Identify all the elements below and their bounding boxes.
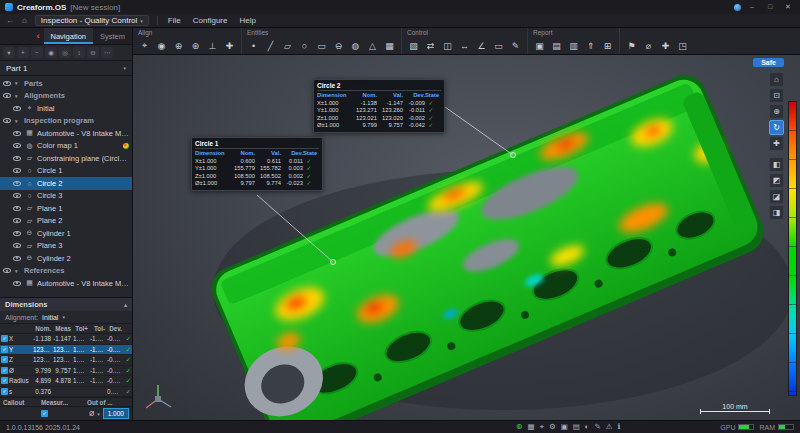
workflow-selector[interactable]: Inspection - Quality Control ▾ <box>35 15 149 26</box>
annotation-circle-1[interactable]: Circle 1 Dimension Nom. Val. Dev. State … <box>191 137 323 191</box>
tree-item[interactable]: ▾ ⌖ Initial <box>0 102 132 115</box>
home-view-icon[interactable]: ⌂ <box>769 72 784 87</box>
alignment-selector[interactable]: Alignment: Initial ▾ <box>0 311 132 324</box>
dimension-checkbox[interactable]: ✓ <box>1 367 8 374</box>
expander-icon[interactable]: ▾ <box>15 118 21 124</box>
dimension-checkbox[interactable]: ✓ <box>1 388 8 395</box>
visibility-eye-icon[interactable] <box>13 155 22 162</box>
export-icon[interactable]: ⇑ <box>582 38 599 54</box>
dimension-row[interactable]: ✓ X -1.138 -1.147 1.000 -1.000 -0.009 ✓ <box>0 334 132 345</box>
dimension-row[interactable]: ✓ Radius 4.899 4.878 1.000 -1.000 -0.021… <box>0 376 132 387</box>
account-icon[interactable] <box>734 4 741 11</box>
info-status-icon[interactable]: ℹ <box>617 422 620 432</box>
plane-entity-icon[interactable]: ▱ <box>279 38 296 54</box>
tree-item[interactable]: ▾ Alignments <box>0 90 132 103</box>
pan-view-icon[interactable]: ✚ <box>769 136 784 151</box>
probe-icon[interactable]: ✚ <box>657 38 674 54</box>
dimension-icon[interactable]: ↔ <box>456 38 473 54</box>
expander-icon[interactable]: ▾ <box>15 93 21 99</box>
panel-tab[interactable]: Navigation <box>44 28 93 44</box>
tree-item[interactable]: ▾ ⊖ Cylinder 1 <box>0 227 132 240</box>
circle-entity-icon[interactable]: ○ <box>296 38 313 54</box>
hide-all-icon[interactable]: ◎ <box>59 47 71 58</box>
dimension-checkbox[interactable]: ✓ <box>1 356 8 363</box>
visibility-eye-icon[interactable] <box>13 217 22 224</box>
prealignment-icon[interactable]: ⌖ <box>136 38 153 54</box>
deviation-color-scale[interactable] <box>788 101 797 396</box>
tree-item[interactable]: ▾ ○ Circle 3 <box>0 190 132 203</box>
tree-item[interactable]: ▾ ▦ Automotive - V8 Intake Manifold C <box>0 277 132 290</box>
cone-entity-icon[interactable]: △ <box>364 38 381 54</box>
collapse-all-icon[interactable]: − <box>31 47 43 58</box>
snapshot-icon[interactable]: ▣ <box>531 38 548 54</box>
visibility-eye-icon[interactable] <box>13 192 22 199</box>
datum-alignment-icon[interactable]: ⊥ <box>204 38 221 54</box>
table-status-icon[interactable]: ▤ <box>573 422 580 432</box>
feature-alignment-icon[interactable]: ⊕ <box>170 38 187 54</box>
tree-item[interactable]: ▾ ▱ Plane 3 <box>0 240 132 253</box>
angle-icon[interactable]: ∠ <box>473 38 490 54</box>
rps-alignment-icon[interactable]: ⊛ <box>187 38 204 54</box>
expander-icon[interactable]: ▾ <box>15 268 21 274</box>
chevron-down-icon[interactable]: ▾ <box>97 411 100 417</box>
shading-mode-icon[interactable]: ◨ <box>769 205 784 220</box>
visibility-eye-icon[interactable] <box>13 280 22 287</box>
note-icon[interactable]: ✎ <box>507 38 524 54</box>
front-view-icon[interactable]: ◧ <box>769 157 784 172</box>
visibility-eye-icon[interactable] <box>3 117 12 124</box>
iso-view-icon[interactable]: ◩ <box>769 173 784 188</box>
maximize-button[interactable]: □ <box>763 0 777 14</box>
best-fit-alignment-icon[interactable]: ◉ <box>153 38 170 54</box>
dimension-row[interactable]: ✓ s 0.376 0.376 ✓ <box>0 387 132 398</box>
orientation-triad[interactable] <box>141 381 175 415</box>
visibility-eye-icon[interactable] <box>13 167 22 174</box>
snapshot-status-icon[interactable]: ▣ <box>561 422 568 432</box>
part-selector[interactable]: Part 1 ▾ <box>0 61 132 76</box>
visibility-eye-icon[interactable] <box>13 105 22 112</box>
visibility-eye-icon[interactable] <box>13 230 22 237</box>
tree-item[interactable]: ▾ ⊖ Cylinder 2 <box>0 252 132 265</box>
share-icon[interactable]: ⊞ <box>599 38 616 54</box>
3d-viewport[interactable]: Circle 2 Dimension Nom. Val. Dev. State … <box>133 55 800 420</box>
dimension-row[interactable]: ✓ Z 123.021 123.020 1.000 -1.000 -0.002 … <box>0 355 132 366</box>
back-icon[interactable]: ← <box>6 16 14 25</box>
sphere-entity-icon[interactable]: ◍ <box>347 38 364 54</box>
edit-status-icon[interactable]: ✎ <box>594 422 600 432</box>
sort-icon[interactable]: ↕ <box>73 47 85 58</box>
visibility-eye-icon[interactable] <box>3 267 12 274</box>
targets-status-icon[interactable]: ⌖ <box>540 422 544 432</box>
comparison-points-icon[interactable]: ⇄ <box>422 38 439 54</box>
dimension-checkbox[interactable]: ✓ <box>1 377 8 384</box>
callout-row[interactable]: ✓ Ø ▾ 1.000 <box>0 407 132 420</box>
visibility-eye-icon[interactable] <box>13 130 22 137</box>
visibility-eye-icon[interactable] <box>3 92 12 99</box>
visibility-eye-icon[interactable] <box>13 242 22 249</box>
cross-section-icon[interactable]: ◫ <box>439 38 456 54</box>
tree-item[interactable]: ▾ ○ Circle 1 <box>0 165 132 178</box>
tree-item[interactable]: ▾ References <box>0 265 132 278</box>
point-entity-icon[interactable]: • <box>245 38 262 54</box>
slot-entity-icon[interactable]: ▭ <box>313 38 330 54</box>
collapse-panel-icon[interactable]: ‹ <box>37 31 44 41</box>
fit-view-icon[interactable]: ⊡ <box>769 88 784 103</box>
section-view-icon[interactable]: ◪ <box>769 189 784 204</box>
rotate-view-icon[interactable]: ↻ <box>769 120 784 135</box>
chevron-up-icon[interactable]: ▴ <box>124 301 127 308</box>
tree-item[interactable]: ▾ ▦ Automotive - V8 Intake Manifold C <box>0 127 132 140</box>
table-icon[interactable]: ▤ <box>548 38 565 54</box>
visibility-eye-icon[interactable] <box>13 255 22 262</box>
tree-item[interactable]: ▾ Inspection program <box>0 115 132 128</box>
color-map-icon[interactable]: ▧ <box>405 38 422 54</box>
show-all-icon[interactable]: ◉ <box>45 47 57 58</box>
menu-help[interactable]: Help <box>237 16 257 25</box>
connection-status-icon[interactable]: ⊚ <box>516 422 522 432</box>
gdt-icon[interactable]: ▭ <box>490 38 507 54</box>
measure-icon[interactable]: ⌀ <box>640 38 657 54</box>
3d-model-canvas[interactable] <box>133 55 800 420</box>
report-icon[interactable]: ▥ <box>565 38 582 54</box>
annotation-circle-2[interactable]: Circle 2 Dimension Nom. Val. Dev. State … <box>313 79 445 133</box>
minimize-button[interactable]: – <box>745 0 759 14</box>
visibility-eye-icon[interactable] <box>3 80 12 87</box>
safe-mode-button[interactable]: Safe <box>753 58 784 67</box>
dimension-checkbox[interactable]: ✓ <box>1 335 8 342</box>
